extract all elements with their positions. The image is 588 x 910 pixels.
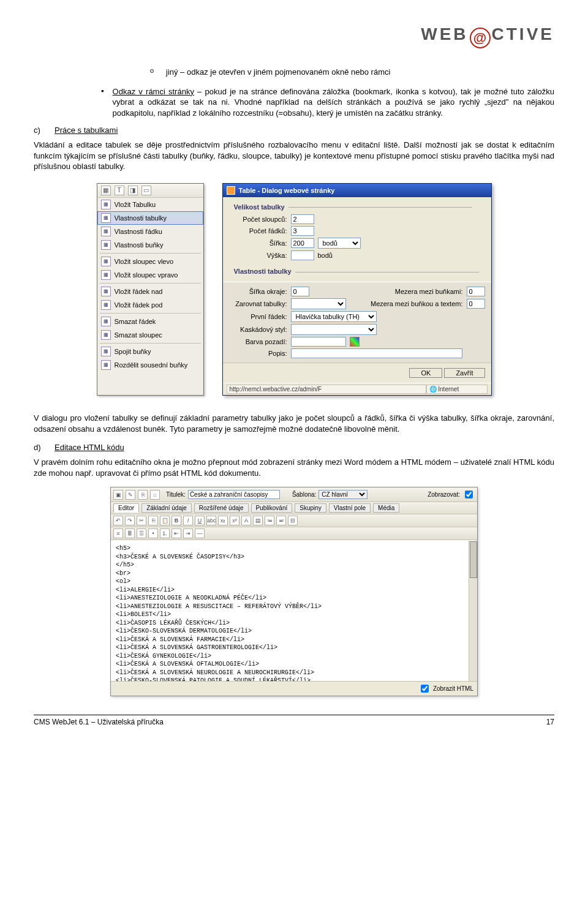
toolbar-icon[interactable]: ⌂	[150, 490, 160, 500]
code-line: <li>ČASOPIS LÉKAŘŮ ČESKÝCH</li>	[116, 619, 472, 628]
editor-tab[interactable]: Skupiny	[295, 503, 326, 513]
code-area[interactable]: <h5><h3>ČESKÉ A SLOVENSKÉ ČASOPISY</h3><…	[111, 540, 477, 681]
ctx-item[interactable]: ▦Vlastnosti tabulky	[97, 211, 203, 225]
code-line: <h3>ČESKÉ A SLOVENSKÉ ČASOPISY</h3>	[116, 553, 472, 562]
ctx-item[interactable]: ▦Vlastnosti buňky	[97, 238, 203, 252]
fmt-icon[interactable]: A	[241, 516, 251, 525]
ctx-item-icon: ▦	[101, 287, 111, 296]
input-cols[interactable]	[291, 214, 314, 224]
html-editor: ▣ ✎ ⎘ ⌂ Titulek: Šablona: CZ hlavní Zobr…	[110, 487, 478, 696]
fmt-icon[interactable]: I	[183, 516, 193, 525]
lbl-firstrow: První řádek:	[229, 313, 287, 320]
scrollbar[interactable]	[469, 541, 477, 681]
fmt-icon[interactable]: ✂	[137, 516, 146, 525]
fmt-icon[interactable]: ⇤	[172, 528, 181, 538]
fmt-icon[interactable]: ⎘	[148, 516, 158, 525]
input-desc[interactable]	[291, 348, 462, 358]
select-template[interactable]: CZ hlavní	[318, 490, 368, 499]
colorpick-icon[interactable]	[350, 337, 360, 347]
ok-button[interactable]: OK	[409, 368, 442, 378]
editor-tab[interactable]: Publikování	[251, 503, 293, 513]
dialog-titlebar: Table - Dialog webové stránky	[223, 184, 491, 197]
toolbar-icon[interactable]: ⎘	[138, 490, 148, 500]
close-button[interactable]: Zavřít	[444, 368, 484, 378]
fmt-icon[interactable]: ≔	[265, 516, 274, 525]
ctx-item[interactable]: ▦Vložit sloupec vpravo	[97, 268, 203, 282]
fmt-icon[interactable]: ▤	[253, 516, 263, 525]
section-letter-d: d)	[34, 443, 47, 452]
ctx-item-label: Vložit řádek nad	[115, 288, 163, 295]
at-sign-icon: @	[470, 28, 491, 48]
ctx-item[interactable]: ▦Vložit řádek nad	[97, 285, 203, 298]
select-width-unit[interactable]: bodů	[318, 238, 361, 249]
fmt-icon[interactable]: ⇥	[183, 528, 193, 538]
select-align[interactable]	[291, 298, 346, 309]
show-html-checkbox[interactable]: Zobrazit HTML	[418, 683, 473, 694]
lbl-desc: Popis:	[229, 350, 287, 357]
status-zone: 🌐 Internet	[426, 385, 488, 394]
fmt-icon[interactable]: ≣	[125, 528, 135, 538]
ctx-icon[interactable]: ◨	[128, 186, 138, 195]
fmt-icon[interactable]: 1.	[160, 528, 170, 538]
fmt-icon[interactable]: ≕	[276, 516, 286, 525]
editor-tab[interactable]: Základní údaje	[141, 503, 192, 513]
editor-tab[interactable]: Média	[373, 503, 399, 513]
section-letter-c: c)	[34, 126, 47, 135]
toolbar-icon[interactable]: ▣	[113, 490, 123, 500]
editor-tab[interactable]: Editor	[113, 503, 139, 513]
toolbar-icon[interactable]: ✎	[126, 490, 135, 500]
fmt-icon[interactable]: x₂	[218, 516, 228, 525]
fmt-icon[interactable]: ☰	[137, 528, 146, 538]
ctx-item[interactable]: ▦Spojit buňky	[97, 345, 203, 358]
input-height[interactable]	[291, 250, 314, 260]
lbl-cellgap: Mezera mezi buňkami:	[395, 288, 463, 295]
input-title[interactable]	[188, 490, 280, 499]
input-border[interactable]	[291, 287, 309, 296]
input-width[interactable]	[291, 238, 314, 248]
fmt-icon[interactable]: ↷	[125, 516, 135, 525]
lbl-height: Výška:	[229, 252, 287, 259]
code-line: <ol>	[116, 577, 472, 586]
fmt-icon[interactable]: x²	[230, 516, 239, 525]
ctx-item[interactable]: ▦Vložit sloupec vlevo	[97, 255, 203, 268]
fmt-icon[interactable]: ↶	[113, 516, 123, 525]
fmt-icon[interactable]: ≡	[113, 528, 123, 538]
ctx-icon[interactable]: ▭	[141, 186, 151, 195]
ctx-item[interactable]: ▦Vložit řádek pod	[97, 298, 203, 312]
editor-tab[interactable]: Rozšířené údaje	[194, 503, 249, 513]
ctx-item[interactable]: ▦Rozdělit sousední buňky	[97, 358, 203, 372]
code-line: <br>	[116, 570, 472, 578]
bullet-square-icon: ▪	[101, 86, 104, 96]
fmt-icon[interactable]: ⊟	[288, 516, 298, 525]
fmt-icon[interactable]: 📋	[160, 516, 170, 525]
fmt-icon[interactable]: •	[148, 528, 158, 538]
fmt-icon[interactable]: ―	[195, 528, 205, 538]
input-cellpad[interactable]	[467, 299, 485, 309]
fmt-icon[interactable]: abc	[206, 516, 216, 525]
input-cellgap[interactable]	[467, 287, 485, 296]
code-line: <li>ČESKÁ A SLOVENSKÁ FARMACIE</li>	[116, 636, 472, 644]
editor-tab[interactable]: Vlastní pole	[329, 503, 371, 513]
select-cascade[interactable]	[291, 324, 377, 335]
ctx-item[interactable]: ▦Vložit Tabulku	[97, 198, 203, 211]
ctx-item[interactable]: ▦Vlastnosti řádku	[97, 225, 203, 238]
ctx-item[interactable]: ▦Smazat řádek	[97, 315, 203, 328]
code-line: </h5>	[116, 561, 472, 570]
select-firstrow[interactable]: Hlavička tabulky (TH)	[291, 311, 377, 322]
input-rows[interactable]	[291, 226, 314, 236]
fmt-icon[interactable]: U	[195, 516, 205, 525]
lbl-title: Titulek:	[166, 491, 186, 498]
format-toolbar: ↶ ↷ ✂ ⎘ 📋 B I U abc x₂ x² A ▤ ≔ ≕ ⊟	[111, 514, 477, 527]
ctx-icon[interactable]: ▦	[101, 186, 111, 195]
input-bgcolor[interactable]	[291, 337, 346, 347]
ctx-item-icon: ▦	[101, 270, 111, 280]
cb-show[interactable]	[465, 491, 473, 498]
cb-html[interactable]	[421, 685, 429, 693]
ctx-item-icon: ▦	[101, 330, 111, 340]
ctx-item-label: Smazat sloupec	[115, 331, 162, 339]
fmt-icon[interactable]: B	[172, 516, 181, 525]
ctx-item-label: Vložit řádek pod	[115, 301, 163, 309]
ctx-item[interactable]: ▦Smazat sloupec	[97, 328, 203, 342]
ctx-icon[interactable]: T	[115, 186, 124, 195]
lbl-show: Zobrazovat:	[428, 491, 460, 498]
